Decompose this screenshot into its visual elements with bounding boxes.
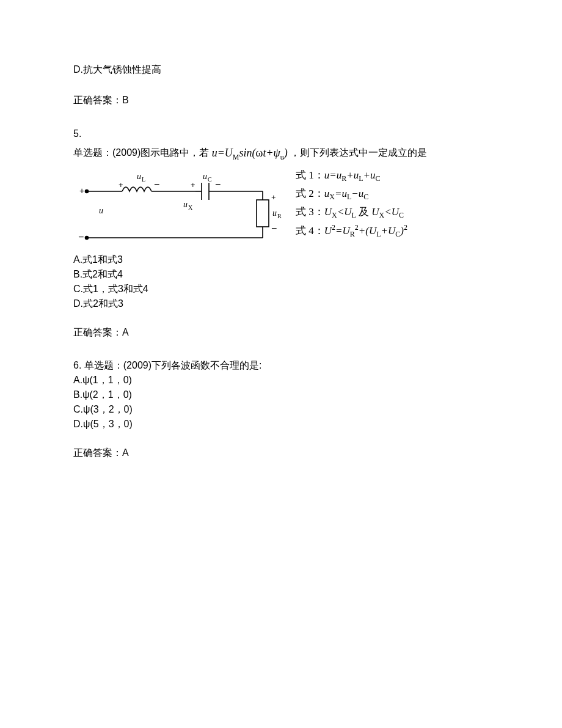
equation-2: 式 2：uX=uL−uC (296, 185, 407, 204)
options-q5: A.式1和式3 B.式2和式4 C.式1，式3和式4 D.式2和式3 (73, 252, 489, 311)
option-c: C.ψ(3，2，0) (73, 402, 489, 417)
eq4-body: U2=UR2+(UL+UC)2 (324, 225, 407, 237)
svg-point-0 (86, 189, 89, 193)
answer-line-q5: 正确答案：A (73, 325, 489, 340)
svg-text:u: u (137, 172, 141, 181)
equation-3: 式 3：UX<UL 及 UX<UC (296, 204, 407, 222)
question-6: 6. 单选题：(2009)下列各波函数不合理的是: A.ψ(1，1，0) B.ψ… (73, 358, 489, 432)
svg-text:−: − (78, 232, 84, 242)
answer-value: A (122, 447, 129, 458)
svg-text:X: X (188, 204, 193, 211)
svg-text:L: L (142, 176, 145, 183)
answer-line-q4: 正确答案：B (73, 92, 489, 108)
question-5: 5. 单选题：(2009)图示电路中，若 u=UMsin(ωt+ψu) ，则下列… (73, 126, 489, 311)
svg-text:+: + (271, 193, 276, 202)
option-d: D.ψ(5，3，0) (73, 417, 489, 432)
option-b: B.式2和式4 (73, 267, 489, 282)
answer-label: 正确答案： (73, 327, 122, 337)
equation-4: 式 4：U2=UR2+(UL+UC)2 (296, 222, 407, 241)
formula: u=UMsin(ωt+ψu) (212, 142, 288, 164)
svg-text:+: + (79, 186, 84, 196)
stem-prefix: 单选题：(2009)图示电路中，若 (73, 147, 209, 158)
question-4-tail: D.抗大气锈蚀性提高 (73, 61, 489, 79)
option-a: A.式1和式3 (73, 252, 489, 267)
question-number: 5. (73, 126, 489, 142)
question-stem: 6. 单选题：(2009)下列各波函数不合理的是: (73, 358, 489, 373)
option-c: C.式1，式3和式4 (73, 282, 489, 296)
eq3-label: 式 3： (296, 206, 324, 218)
equation-list: 式 1：u=uR+uL+uC 式 2：uX=uL−uC 式 3：UX<UL 及 … (296, 167, 407, 241)
circuit-diagram-icon: + u L + − u C + − (73, 169, 293, 249)
svg-text:C: C (208, 176, 212, 183)
svg-text:u: u (99, 206, 103, 215)
option-d: D.式2和式3 (73, 296, 489, 311)
eq2-body: uX=uL−uC (324, 188, 369, 199)
equation-1: 式 1：u=uR+uL+uC (296, 167, 407, 185)
svg-text:−: − (215, 179, 221, 189)
eq1-body: u=uR+uL+uC (324, 169, 381, 181)
svg-rect-17 (257, 200, 269, 227)
eq4-label: 式 4： (296, 225, 324, 237)
svg-text:−: − (271, 223, 277, 233)
answer-line-q6: 正确答案：A (73, 445, 489, 461)
answer-value: B (122, 95, 129, 105)
question-stem: 单选题：(2009)图示电路中，若 u=UMsin(ωt+ψu) ，则下列表达式… (73, 142, 489, 164)
stem-suffix: ，则下列表达式中一定成立的是 (290, 147, 427, 158)
svg-point-20 (86, 236, 89, 239)
svg-text:R: R (277, 213, 282, 219)
svg-text:+: + (119, 180, 123, 189)
svg-text:+: + (191, 180, 195, 189)
svg-text:u: u (272, 208, 277, 218)
eq3-body: UX<UL (324, 206, 356, 218)
eq1-label: 式 1： (296, 169, 324, 181)
svg-text:−: − (154, 179, 159, 189)
svg-text:u: u (203, 172, 207, 181)
answer-label: 正确答案： (73, 447, 122, 458)
option-b: B.ψ(2，1，0) (73, 388, 489, 402)
option-a: A.ψ(1，1，0) (73, 373, 489, 388)
circuit-figure: + u L + − u C + − (73, 169, 489, 249)
svg-text:u: u (183, 200, 188, 209)
answer-label: 正确答案： (73, 95, 122, 105)
option-d: D.抗大气锈蚀性提高 (73, 61, 489, 79)
answer-value: A (122, 327, 129, 337)
eq2-label: 式 2： (296, 188, 324, 199)
